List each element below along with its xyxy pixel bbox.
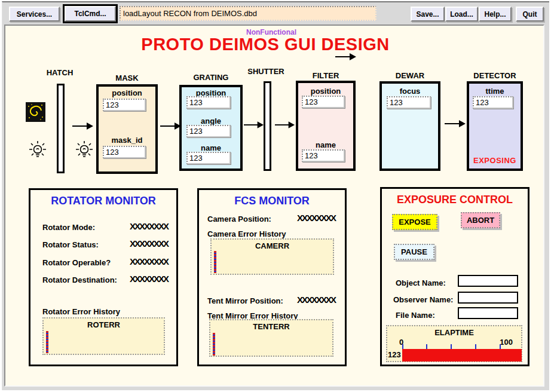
galaxy-icon bbox=[26, 102, 45, 122]
detector-label: DETECTOR bbox=[467, 71, 523, 80]
rotator-status-value: XXXXXXXX bbox=[130, 238, 168, 249]
file-name-input[interactable] bbox=[458, 307, 518, 319]
gauge-tick bbox=[475, 344, 476, 349]
grating-position-input[interactable] bbox=[186, 96, 231, 109]
camera-error-history-box[interactable]: CAMERR bbox=[210, 238, 334, 275]
object-name-label: Object Name: bbox=[396, 278, 446, 287]
light-bulb-icon bbox=[75, 140, 93, 161]
dewar-focus-input[interactable] bbox=[387, 96, 431, 109]
shutter-bar bbox=[264, 81, 271, 171]
mask-position-input[interactable] bbox=[103, 99, 146, 111]
camera-error-history-label: Camera Error History bbox=[207, 229, 286, 238]
filter-name-label: name bbox=[298, 140, 353, 149]
camera-position-label: Camera Position: bbox=[207, 215, 271, 223]
exposure-control-title: EXPOSURE CONTROL bbox=[382, 194, 528, 206]
text-cursor bbox=[214, 251, 216, 273]
grating-name-label: name bbox=[182, 143, 240, 152]
text-cursor bbox=[213, 333, 215, 356]
filter-name-input[interactable] bbox=[302, 149, 345, 162]
tclcmd-button[interactable]: TclCmd... bbox=[65, 6, 116, 22]
shutter-label: SHUTTER bbox=[243, 67, 289, 76]
grating-angle-label: angle bbox=[182, 117, 240, 125]
page-title: PROTO DEIMOS GUI DESIGN bbox=[5, 35, 525, 54]
tent-mirror-position-value: XXXXXXXX bbox=[297, 295, 335, 305]
flow-arrow bbox=[72, 122, 94, 130]
dewar-focus-label: focus bbox=[382, 87, 438, 96]
filter-position-input[interactable] bbox=[302, 96, 345, 108]
command-input[interactable] bbox=[120, 6, 376, 21]
mask-label: MASK bbox=[96, 74, 158, 82]
rotator-operable-label: Rotator Operable? bbox=[42, 258, 111, 267]
rotator-error-box-title: ROTERR bbox=[44, 320, 164, 329]
app-window: Services... TclCmd... Save... Load... He… bbox=[2, 1, 549, 390]
mask-box: position mask_id bbox=[96, 84, 158, 174]
object-name-input[interactable] bbox=[458, 275, 518, 287]
file-name-label: File Name: bbox=[396, 311, 435, 320]
main-canvas: NonFunctional PROTO DEIMOS GUI DESIGN HA… bbox=[4, 24, 544, 387]
grating-box: position angle name bbox=[179, 85, 243, 171]
camera-error-box-title: CAMERR bbox=[212, 241, 333, 250]
detector-box: ttime EXPOSING bbox=[467, 81, 523, 171]
rotator-monitor-title: ROTATOR MONITOR bbox=[30, 195, 176, 207]
expose-button[interactable]: EXPOSE bbox=[392, 214, 437, 230]
detector-ttime-input[interactable] bbox=[473, 96, 513, 109]
quit-button[interactable]: Quit bbox=[516, 7, 544, 22]
title-flow-arrow bbox=[335, 53, 357, 60]
load-button[interactable]: Load... bbox=[445, 7, 478, 22]
rotator-operable-value: XXXXXXXX bbox=[130, 256, 168, 267]
rotator-mode-value: XXXXXXXX bbox=[130, 221, 168, 231]
flow-arrow bbox=[275, 121, 295, 128]
hatch-bar bbox=[57, 84, 65, 173]
filter-label: FILTER bbox=[296, 71, 356, 80]
services-button[interactable]: Services... bbox=[9, 7, 60, 22]
save-button[interactable]: Save... bbox=[411, 7, 445, 22]
mask-id-input[interactable] bbox=[103, 146, 146, 158]
mask-id-label: mask_id bbox=[99, 136, 155, 145]
grating-label: GRATING bbox=[179, 73, 243, 82]
rotator-destination-label: Rotator Destination: bbox=[42, 275, 117, 284]
gauge-tick bbox=[500, 344, 501, 349]
help-button[interactable]: Help... bbox=[479, 7, 512, 22]
rotator-status-label: Rotator Status: bbox=[42, 240, 99, 249]
tent-mirror-error-history-box[interactable]: TENTERR bbox=[209, 319, 333, 357]
flow-arrow bbox=[445, 120, 466, 127]
grating-angle-input[interactable] bbox=[186, 125, 231, 137]
rotator-error-history-label: Rotator Error History bbox=[42, 307, 120, 316]
gauge-tick bbox=[451, 344, 452, 349]
mask-position-label: position bbox=[99, 88, 155, 97]
elaptime-value: 123 bbox=[388, 350, 401, 359]
abort-button[interactable]: ABORT bbox=[461, 212, 500, 228]
rotator-mode-label: Rotator Mode: bbox=[42, 223, 95, 232]
tent-mirror-error-box-title: TENTERR bbox=[210, 322, 332, 331]
filter-position-label: position bbox=[298, 87, 353, 96]
flow-arrow bbox=[160, 122, 182, 130]
tent-mirror-position-label: Tent Mirror Position: bbox=[207, 296, 283, 305]
camera-position-value: XXXXXXXX bbox=[297, 213, 335, 223]
elaptime-bar bbox=[402, 349, 522, 362]
tclcmd-button-ring: TclCmd... bbox=[63, 4, 118, 23]
detector-status-text: EXPOSING bbox=[469, 156, 521, 165]
fcs-monitor-panel: FCS MONITOR Camera Position: XXXXXXXX Ca… bbox=[197, 188, 347, 366]
dewar-label: DEWAR bbox=[379, 71, 440, 80]
dewar-box: focus bbox=[379, 81, 440, 171]
rotator-monitor-panel: ROTATOR MONITOR Rotator Mode: XXXXXXXX R… bbox=[29, 188, 178, 366]
observer-name-input[interactable] bbox=[458, 292, 518, 304]
fcs-monitor-title: FCS MONITOR bbox=[199, 195, 345, 207]
exposure-control-panel: EXPOSURE CONTROL EXPOSE ABORT PAUSE Obje… bbox=[380, 187, 529, 366]
rotator-destination-value: XXXXXXXX bbox=[130, 274, 168, 284]
text-cursor bbox=[46, 331, 48, 353]
detector-ttime-label: ttime bbox=[469, 87, 521, 96]
observer-name-label: Observer Name: bbox=[393, 295, 453, 304]
filter-box: position name bbox=[296, 81, 356, 171]
elaptime-max-label: 100 bbox=[500, 338, 513, 347]
elaptime-gauge: ELAPTIME 0 100 123 bbox=[386, 325, 522, 362]
grating-name-input[interactable] bbox=[186, 152, 231, 164]
pause-button[interactable]: PAUSE bbox=[394, 244, 434, 260]
elaptime-gauge-title: ELAPTIME bbox=[387, 328, 521, 337]
flow-arrow bbox=[244, 121, 264, 128]
gauge-tick bbox=[402, 344, 403, 349]
light-bulb-icon bbox=[29, 140, 47, 161]
hatch-label: HATCH bbox=[42, 68, 78, 77]
gauge-tick bbox=[426, 344, 427, 349]
rotator-error-history-box[interactable]: ROTERR bbox=[42, 317, 165, 355]
